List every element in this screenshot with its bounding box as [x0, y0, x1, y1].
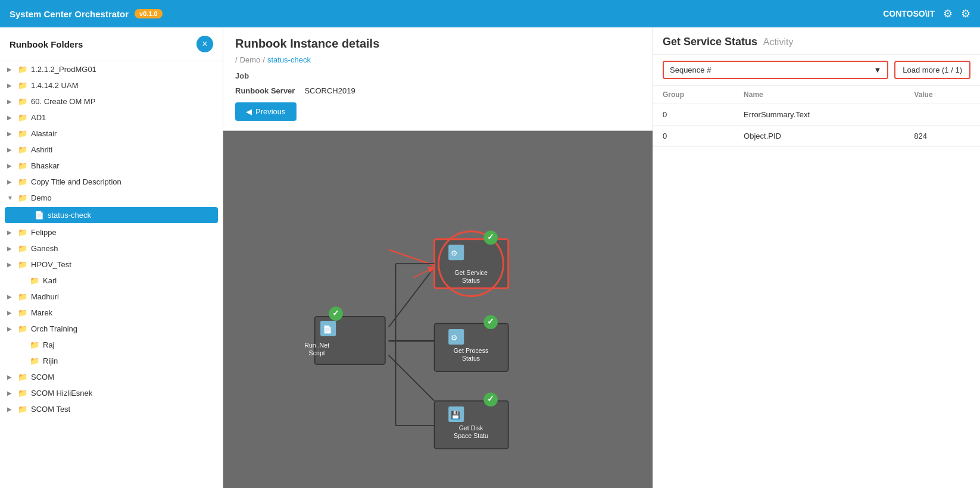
sidebar-close-button[interactable]: × — [196, 36, 213, 52]
sidebar-item-felippe[interactable]: ▶📁Felippe — [0, 224, 223, 240]
folder-label: Marek — [31, 308, 52, 317]
sidebar-item-bhaskar[interactable]: ▶📁Bhaskar — [0, 158, 223, 174]
svg-text:Script: Script — [309, 349, 325, 356]
folder-icon: 📁 — [18, 228, 27, 237]
chevron-icon: ▶ — [7, 66, 14, 73]
col-value: Value — [904, 86, 980, 104]
sidebar-item-scomhizli[interactable]: ▶📁SCOM HizliEsnek — [0, 385, 223, 401]
chevron-icon: ▶ — [7, 179, 14, 185]
sidebar-item-raj[interactable]: 📁Raj — [0, 337, 223, 353]
folder-icon: 📁 — [30, 340, 39, 349]
folder-icon: 📁 — [18, 161, 27, 170]
sidebar-header: Runbook Folders × — [0, 27, 223, 61]
folder-icon: 📁 — [18, 97, 27, 106]
chevron-down-icon: ▼ — [873, 65, 881, 74]
settings-icon[interactable]: ⚙ — [943, 7, 953, 20]
folder-icon: 📁 — [18, 129, 27, 138]
folder-label: status-check — [48, 211, 91, 220]
sequence-dropdown-label: Sequence # — [670, 65, 711, 74]
runbook-server-value: SCORCH2019 — [304, 86, 355, 95]
cell-group-0: 0 — [653, 104, 734, 126]
table-body: 0ErrorSummary.Text0Object.PID824 — [653, 104, 980, 147]
folder-icon: 📁 — [18, 373, 27, 381]
sidebar-item-hpov[interactable]: ▶📁HPOV_Test — [0, 256, 223, 273]
runbook-server-key: Runbook Server — [235, 86, 295, 95]
header-left: System Center Orchestrator v0.1.0 — [10, 9, 163, 19]
table-header-row: Group Name Value — [653, 86, 980, 104]
sidebar-item-scom[interactable]: ▶📁SCOM — [0, 369, 223, 385]
content-area: Runbook Instance details / Demo / status… — [223, 27, 653, 488]
folder-icon: 📄 — [35, 211, 44, 220]
runbook-server-row: Runbook Server SCORCH2019 — [235, 86, 641, 95]
svg-text:✓: ✓ — [487, 317, 494, 326]
cell-value-1: 824 — [904, 126, 980, 147]
activity-data-table: Group Name Value 0ErrorSummary.Text0Obje… — [653, 86, 980, 147]
cell-name-0: ErrorSummary.Text — [734, 104, 904, 126]
svg-text:✓: ✓ — [332, 308, 339, 318]
folder-icon: 📁 — [18, 193, 27, 202]
folder-icon: 📁 — [18, 324, 27, 333]
chevron-icon: ▶ — [7, 229, 14, 236]
sidebar-item-alastair[interactable]: ▶📁Alastair — [0, 126, 223, 142]
sidebar-scroll[interactable]: ▶📁1.2.1.2_ProdMG01▶📁1.4.14.2 UAM▶📁60. Cr… — [0, 61, 223, 488]
sidebar-item-karl[interactable]: 📁Karl — [0, 273, 223, 289]
folder-label: 1.2.1.2_ProdMG01 — [31, 65, 96, 74]
previous-button[interactable]: ◀ Previous — [235, 102, 297, 121]
sidebar-item-60[interactable]: ▶📁60. Create OM MP — [0, 93, 223, 110]
sidebar-item-scomtest[interactable]: ▶📁SCOM Test — [0, 401, 223, 417]
folder-icon: 📁 — [18, 81, 27, 90]
svg-text:Run .Net: Run .Net — [304, 342, 329, 349]
folder-label: Ganesh — [31, 244, 58, 253]
folder-icon: 📁 — [18, 145, 27, 154]
folder-icon: 📁 — [18, 405, 27, 414]
sidebar-item-ganesh[interactable]: ▶📁Ganesh — [0, 240, 223, 256]
svg-text:Space Statu: Space Statu — [454, 432, 488, 439]
sidebar-item-ad1[interactable]: ▶📁AD1 — [0, 110, 223, 126]
header-right: CONTOSO\IT ⚙ ⚙ — [883, 7, 970, 20]
right-panel: Get Service Status Activity Sequence # ▼… — [653, 27, 980, 488]
sequence-dropdown[interactable]: Sequence # ▼ — [663, 61, 888, 79]
folder-label: Felippe — [31, 228, 57, 237]
gear-icon[interactable]: ⚙ — [961, 7, 970, 20]
sidebar-item-rijin[interactable]: 📁Rijin — [0, 353, 223, 369]
sidebar-item-1414[interactable]: ▶📁1.4.14.2 UAM — [0, 77, 223, 93]
runbook-instance-title: Runbook Instance details — [235, 37, 641, 51]
main-layout: Runbook Folders × ▶📁1.2.1.2_ProdMG01▶📁1.… — [0, 27, 980, 488]
folder-label: Copy Title and Description — [31, 177, 121, 186]
sidebar-item-madhuri[interactable]: ▶📁Madhuri — [0, 289, 223, 305]
chevron-icon: ▶ — [7, 82, 14, 89]
folder-label: Karl — [43, 276, 57, 285]
folder-icon: 📁 — [18, 177, 27, 186]
load-more-button[interactable]: Load more (1 / 1) — [894, 61, 970, 79]
folder-label: HPOV_Test — [31, 260, 71, 269]
folder-label: 60. Create OM MP — [31, 97, 95, 106]
svg-text:⚙: ⚙ — [451, 249, 458, 258]
right-panel-controls: Sequence # ▼ Load more (1 / 1) — [653, 55, 980, 86]
sidebar-item-marek[interactable]: ▶📁Marek — [0, 305, 223, 321]
prev-arrow-icon: ◀ — [246, 107, 252, 116]
svg-text:Status: Status — [462, 355, 480, 362]
folder-label: Rijin — [43, 356, 58, 365]
breadcrumb-status-check[interactable]: status-check — [267, 55, 311, 64]
sidebar-item-status-check[interactable]: 📄status-check — [5, 207, 218, 223]
svg-text:✓: ✓ — [487, 232, 494, 242]
right-panel-title-area: Get Service Status Activity — [663, 36, 793, 48]
sidebar-item-copy[interactable]: ▶📁Copy Title and Description — [0, 174, 223, 190]
sidebar-item-orch[interactable]: ▶📁Orch Training — [0, 321, 223, 337]
folder-label: Raj — [43, 340, 55, 349]
col-group: Group — [653, 86, 734, 104]
sidebar-item-demo[interactable]: ▼📁Demo — [0, 190, 223, 206]
job-section-label: Job — [235, 71, 641, 80]
sidebar-item-1212[interactable]: ▶📁1.2.1.2_ProdMG01 — [0, 61, 223, 77]
folder-label: 1.4.14.2 UAM — [31, 81, 79, 90]
folder-icon: 📁 — [30, 276, 39, 285]
right-panel-subtitle: Activity — [763, 37, 794, 47]
folder-label: Bhaskar — [31, 161, 60, 170]
breadcrumb: / Demo / status-check — [235, 55, 641, 64]
sidebar-item-ashriti[interactable]: ▶📁Ashriti — [0, 142, 223, 158]
chevron-icon: ▶ — [7, 390, 14, 396]
table-header: Group Name Value — [653, 86, 980, 104]
chevron-icon: ▶ — [7, 130, 14, 137]
chevron-icon: ▶ — [7, 146, 14, 153]
right-panel-header: Get Service Status Activity — [653, 27, 980, 55]
